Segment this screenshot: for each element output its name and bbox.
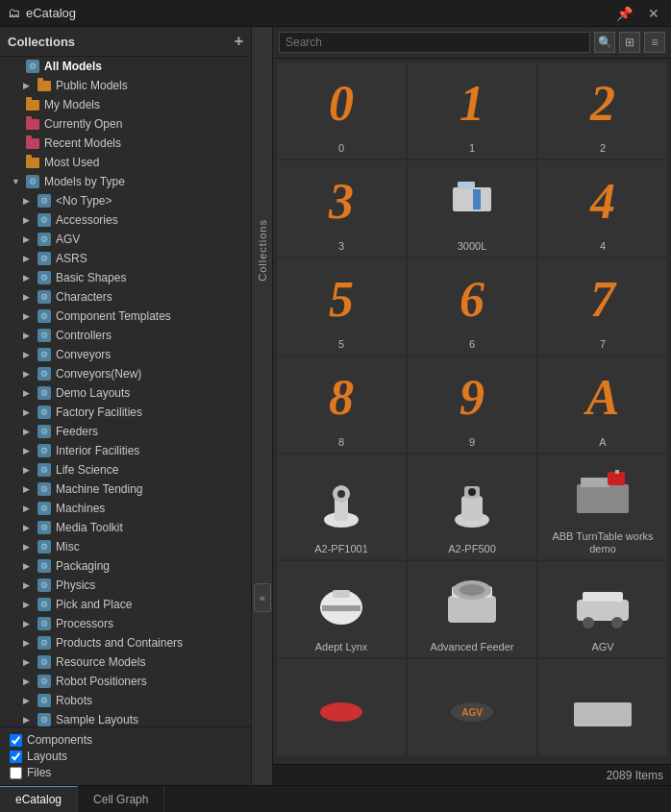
grid-thumb-item-3000l	[411, 166, 533, 237]
grid-item-item-8[interactable]: 88	[277, 357, 406, 453]
tree-arrow-products-and-containers: ▶	[23, 638, 37, 648]
sidebar-item-robots[interactable]: ▶Robots	[0, 691, 251, 710]
grid-label-item-9: 9	[469, 436, 475, 449]
add-collection-button[interactable]: +	[235, 33, 243, 50]
checkbox-row-components: Components	[10, 733, 241, 747]
sidebar-item-no-type[interactable]: ▶<No Type>	[0, 191, 251, 210]
sidebar-item-public-models[interactable]: ▶Public Models	[0, 76, 251, 95]
grid-label-item-7: 7	[600, 338, 606, 351]
sidebar-item-my-models[interactable]: My Models	[0, 95, 251, 114]
grid-item-item-1[interactable]: 11	[408, 62, 536, 159]
list-view-button[interactable]: ≡	[644, 32, 665, 53]
sidebar-item-accessories[interactable]: ▶Accessories	[0, 210, 251, 230]
grid-item-item-0[interactable]: 00	[277, 62, 406, 159]
tree-icon-recent-models	[25, 135, 40, 151]
grid-item-item-flat[interactable]	[538, 659, 667, 755]
grid-thumb-item-0: 0	[281, 68, 402, 139]
sidebar-item-packaging[interactable]: ▶Packaging	[0, 556, 251, 576]
grid-item-item-a2pf500[interactable]: A2-PF500	[408, 455, 536, 559]
checkbox-components[interactable]	[10, 734, 22, 747]
sidebar-item-machines[interactable]: ▶Machines	[0, 499, 251, 518]
sidebar-item-asrs[interactable]: ▶ASRS	[0, 249, 251, 268]
grid-item-item-adeptlynx[interactable]: Adept Lynx	[277, 561, 406, 657]
grid-thumb-item-1: 1	[411, 68, 533, 139]
tab-cell-graph[interactable]: Cell Graph	[78, 786, 164, 812]
sidebar-item-recent-models[interactable]: Recent Models	[0, 134, 251, 153]
sidebar-item-processors[interactable]: ▶Processors	[0, 614, 251, 633]
tree-label-life-science: Life Science	[56, 463, 118, 477]
sidebar-item-most-used[interactable]: Most Used	[0, 153, 251, 172]
sidebar-item-robot-positioners[interactable]: ▶Robot Positioners	[0, 672, 251, 691]
svg-rect-11	[577, 484, 629, 513]
grid-item-item-agv[interactable]: AGV	[538, 561, 667, 657]
tree-label-packaging: Packaging	[56, 559, 110, 573]
grid-item-item-9[interactable]: 99	[408, 357, 536, 453]
close-button[interactable]: ✕	[644, 4, 663, 23]
sidebar-item-agv[interactable]: ▶AGV	[0, 230, 251, 249]
sidebar-item-characters[interactable]: ▶Characters	[0, 287, 251, 307]
svg-rect-18	[448, 596, 496, 623]
grid-thumb-item-advfeeder	[411, 567, 533, 638]
search-input[interactable]	[279, 32, 590, 53]
grid-label-item-adeptlynx: Adept Lynx	[315, 641, 368, 653]
tree-arrow-processors: ▶	[23, 619, 37, 628]
tree-icon-models-by-type	[25, 174, 40, 189]
grid-view-button[interactable]: ⊞	[619, 32, 640, 53]
tree-arrow-robots: ▶	[23, 696, 37, 705]
grid-container[interactable]: 001122333000L445566778899AAA2-PF1001A2-P…	[273, 59, 671, 764]
grid-item-item-disc[interactable]	[277, 659, 406, 755]
svg-point-10	[468, 488, 476, 496]
grid-item-item-a2pf1001[interactable]: A2-PF1001	[277, 455, 406, 559]
sidebar-item-life-science[interactable]: ▶Life Science	[0, 460, 251, 480]
item-count: 2089 Items	[607, 769, 663, 782]
grid-item-item-advfeeder[interactable]: Advanced Feeder	[408, 561, 536, 657]
sidebar-item-resource-models[interactable]: ▶Resource Models	[0, 652, 251, 672]
svg-rect-14	[615, 470, 619, 474]
sidebar-item-interior-facilities[interactable]: ▶Interior Facilities	[0, 441, 251, 460]
sidebar-item-products-and-containers[interactable]: ▶Products and Containers	[0, 633, 251, 652]
sidebar-item-misc[interactable]: ▶Misc	[0, 537, 251, 556]
sidebar-item-sample-layouts[interactable]: ▶Sample Layouts	[0, 710, 251, 726]
sidebar-item-media-toolkit[interactable]: ▶Media Toolkit	[0, 518, 251, 537]
tree-arrow-characters: ▶	[23, 292, 37, 302]
checkbox-files[interactable]	[10, 767, 22, 779]
checkbox-layouts[interactable]	[10, 750, 22, 763]
sidebar-item-demo-layouts[interactable]: ▶Demo Layouts	[0, 383, 251, 403]
tree-label-feeders: Feeders	[56, 425, 98, 438]
collapse-button[interactable]: «	[254, 583, 271, 612]
sidebar-item-pick-and-place[interactable]: ▶Pick and Place	[0, 595, 251, 614]
tree-arrow-factory-facilities: ▶	[23, 407, 37, 417]
sidebar-item-factory-facilities[interactable]: ▶Factory Facilities	[0, 403, 251, 422]
sidebar-item-machine-tending[interactable]: ▶Machine Tending	[0, 480, 251, 499]
tab-ecatalog[interactable]: eCatalog	[0, 786, 78, 812]
sidebar-item-feeders[interactable]: ▶Feeders	[0, 422, 251, 441]
grid-item-item-3[interactable]: 33	[277, 160, 406, 257]
glyph-item-4: 4	[590, 177, 615, 227]
sidebar-item-models-by-type[interactable]: ▼Models by Type	[0, 172, 251, 191]
grid-item-item-3000l[interactable]: 3000L	[408, 160, 536, 257]
search-bar: 🔍 ⊞ ≡	[273, 27, 671, 59]
grid-item-item-6[interactable]: 66	[408, 258, 536, 355]
sidebar-item-currently-open[interactable]: Currently Open	[0, 114, 251, 134]
grid-item-item-5[interactable]: 55	[277, 258, 406, 355]
sidebar-item-controllers[interactable]: ▶Controllers	[0, 326, 251, 345]
sidebar-tree[interactable]: All Models▶Public ModelsMy ModelsCurrent…	[0, 57, 251, 726]
sidebar-item-conveyors[interactable]: ▶Conveyors	[0, 345, 251, 364]
grid-item-item-abbturn[interactable]: ABB TurnTable works demo	[538, 455, 667, 559]
sidebar-item-physics[interactable]: ▶Physics	[0, 576, 251, 595]
pin-button[interactable]: 📌	[612, 4, 636, 23]
grid-item-item-agvdisc[interactable]: AGV	[408, 659, 536, 755]
sidebar-item-all-models[interactable]: All Models	[0, 57, 251, 76]
grid-item-item-A[interactable]: AA	[538, 357, 667, 453]
grid-item-item-7[interactable]: 77	[538, 258, 667, 355]
grid-thumb-item-flat	[542, 665, 663, 749]
grid-item-item-4[interactable]: 44	[538, 160, 667, 257]
sidebar-item-basic-shapes[interactable]: ▶Basic Shapes	[0, 268, 251, 287]
collections-vertical-panel: Collections «	[252, 27, 273, 785]
sidebar-item-component-templates[interactable]: ▶Component Templates	[0, 307, 251, 326]
sidebar-item-conveyors-new[interactable]: ▶Conveyors(New)	[0, 364, 251, 383]
search-button[interactable]: 🔍	[594, 32, 615, 53]
glyph-item-6: 6	[460, 275, 485, 325]
tree-icon-component-templates	[37, 308, 52, 324]
grid-item-item-2[interactable]: 22	[538, 62, 667, 159]
